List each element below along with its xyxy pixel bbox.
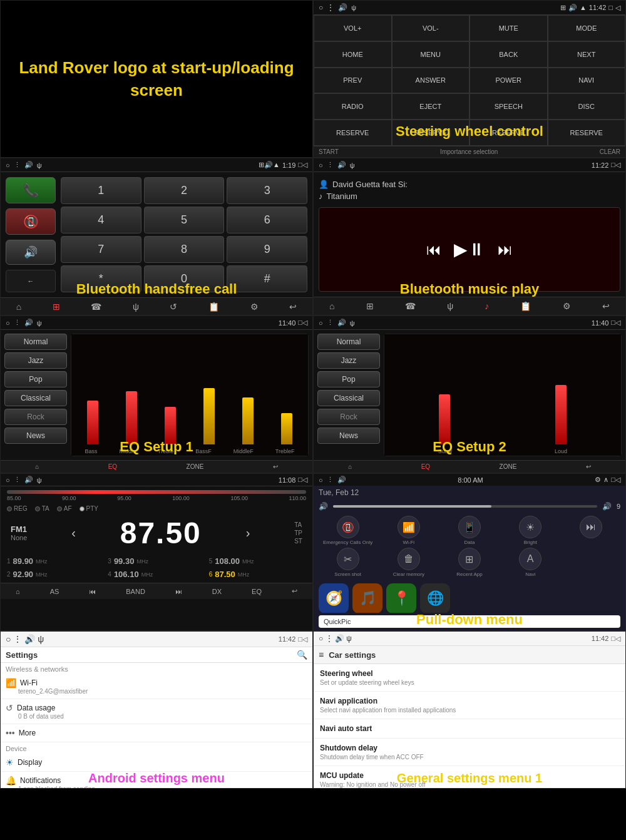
bar-bassf[interactable] [203, 388, 215, 444]
quick-data[interactable]: 📱 Data [440, 516, 498, 545]
preset-pop1[interactable]: Pop [4, 371, 67, 387]
quick-screenshot[interactable]: ✂ Screen shot [319, 548, 377, 577]
opt-pty[interactable]: PTY [80, 505, 98, 512]
opt-reg[interactable]: REG [7, 505, 28, 512]
nav-back[interactable]: ↩ [285, 300, 300, 313]
btn-menu[interactable]: MENU [392, 41, 470, 68]
quick-emergency[interactable]: 📵 Emergency Calls Only [319, 516, 377, 545]
quick-wifi[interactable]: 📶 Wi-Fi [379, 516, 438, 545]
btn-disc[interactable]: DISC [548, 93, 626, 120]
prev-btn[interactable]: ⏮ [426, 241, 441, 259]
bar-middlef[interactable] [242, 397, 254, 444]
preset-4[interactable]: 4 106.10 MHz [106, 568, 206, 580]
call-answer-btn[interactable]: 📞 [6, 177, 56, 203]
eq2-zone[interactable]: ZONE [500, 463, 517, 470]
radio-slider-track[interactable] [7, 490, 306, 494]
btn-home[interactable]: HOME [314, 41, 392, 68]
nav-prev-radio[interactable]: ⏮ [86, 586, 98, 597]
numpad-2[interactable]: 2 [144, 177, 225, 204]
quick-recentapp[interactable]: ⊞ Recent App [440, 548, 498, 577]
vol-slider[interactable] [333, 505, 597, 508]
btn-volplus[interactable]: VOL+ [314, 15, 392, 41]
btn-mode[interactable]: MODE [548, 15, 626, 41]
btn-volminus[interactable]: VOL- [392, 15, 470, 41]
eq1-home[interactable]: ⌂ [35, 463, 39, 470]
btn-power[interactable]: POWER [470, 68, 548, 94]
bar-loud[interactable] [555, 385, 567, 444]
nav-grid[interactable]: ⊞ [49, 300, 64, 313]
preset-3[interactable]: 3 99.30 MHz [106, 555, 206, 567]
nav-music2[interactable]: ♪ [481, 300, 493, 312]
numpad-6[interactable]: 6 [227, 207, 307, 233]
gen-item-steering[interactable]: Steering wheel Set or update steering wh… [314, 664, 625, 692]
bar-middle[interactable] [126, 391, 137, 444]
nav-bt[interactable]: ψ [129, 300, 143, 313]
start-btn[interactable]: START [319, 148, 339, 155]
nav-band[interactable]: BAND [123, 586, 148, 597]
preset-rock2[interactable]: Rock [317, 409, 380, 425]
eq2-eq-active[interactable]: EQ [421, 463, 430, 470]
btn-speech[interactable]: SPEECH [470, 93, 548, 120]
preset-normal1[interactable]: Normal [4, 334, 67, 350]
nav-refresh[interactable]: ↺ [166, 300, 181, 313]
bar-subw[interactable] [439, 394, 450, 444]
nav-home[interactable]: ⌂ [13, 300, 25, 313]
nav-phone[interactable]: ☎ [87, 300, 105, 313]
btn-eject[interactable]: EJECT [392, 93, 470, 120]
btn-navi[interactable]: NAVI [548, 68, 626, 94]
preset-normal2[interactable]: Normal [317, 334, 380, 350]
numpad-3[interactable]: 3 [227, 177, 307, 204]
nav-bt2[interactable]: ψ [443, 300, 457, 312]
quick-bright[interactable]: ☀ Bright [501, 516, 560, 545]
preset-classical1[interactable]: Classical [4, 390, 67, 406]
settings-more[interactable]: ••• More [1, 724, 312, 742]
btn-answer[interactable]: ANSWER [392, 68, 470, 94]
eq1-zone[interactable]: ZONE [187, 463, 204, 470]
gen-item-shutdown[interactable]: Shutdown delay Shutdown delay time when … [314, 739, 625, 766]
gear-icon[interactable]: ⚙ [595, 476, 601, 484]
radio-prev-btn[interactable]: ‹ [68, 525, 80, 541]
preset-classical2[interactable]: Classical [317, 390, 380, 406]
nav-eq-radio[interactable]: EQ [249, 586, 264, 597]
preset-2[interactable]: 2 92.90 MHz [6, 568, 105, 580]
call-volume-btn[interactable]: 🔊 [6, 240, 56, 265]
numpad-7[interactable]: 7 [61, 236, 141, 263]
vol-icon-right[interactable]: 🔊 [602, 502, 612, 511]
nav-settings[interactable]: ⚙ [247, 300, 262, 313]
settings-wifi[interactable]: 📶 Wi-Fi tereno_2.4G@maxisfiber [1, 674, 312, 699]
nav-grid2[interactable]: ⊞ [362, 300, 377, 312]
preset-1[interactable]: 1 89.90 MHz [6, 555, 105, 567]
btn-next[interactable]: NEXT [548, 41, 626, 68]
app-maps[interactable]: 🧭 [319, 583, 349, 613]
nav-dx[interactable]: DX [210, 586, 224, 597]
play-pause-btn[interactable]: ▶⏸ [454, 239, 485, 260]
nav-back-radio[interactable]: ↩ [289, 586, 300, 597]
btn-radio[interactable]: RADIO [314, 93, 392, 120]
btn-prev[interactable]: PREV [314, 68, 392, 94]
nav-notes2[interactable]: 📋 [516, 300, 535, 312]
eq1-back[interactable]: ↩ [273, 463, 278, 470]
eq2-back[interactable]: ↩ [586, 463, 591, 470]
nav-back2[interactable]: ↩ [598, 300, 613, 312]
numpad-4[interactable]: 4 [61, 207, 141, 233]
eq1-eq-active[interactable]: EQ [108, 463, 117, 470]
preset-pop2[interactable]: Pop [317, 371, 380, 387]
vol-icon-left[interactable]: 🔊 [319, 502, 328, 511]
btn-mute[interactable]: MUTE [470, 15, 548, 41]
nav-next-radio[interactable]: ⏭ [173, 586, 185, 597]
nav-home-radio[interactable]: ⌂ [13, 586, 23, 597]
bar-bass[interactable] [87, 401, 98, 444]
nav-notes[interactable]: 📋 [205, 300, 223, 313]
nav-home2[interactable]: ⌂ [326, 300, 338, 312]
call-hangup-btn[interactable]: 📵 [6, 208, 56, 235]
preset-6[interactable]: 6 87.50 MHz [208, 568, 307, 580]
numpad-9[interactable]: 9 [227, 236, 307, 263]
opt-ta[interactable]: TA [35, 505, 49, 512]
eq2-home[interactable]: ⌂ [348, 463, 352, 470]
numpad-5[interactable]: 5 [144, 207, 225, 233]
app-browser[interactable]: 🌐 [420, 583, 450, 613]
preset-jazz2[interactable]: Jazz [317, 352, 380, 369]
preset-5[interactable]: 5 108.00 MHz [208, 555, 307, 567]
preset-rock1[interactable]: Rock [4, 409, 67, 425]
app-music[interactable]: 🎵 [352, 583, 382, 613]
